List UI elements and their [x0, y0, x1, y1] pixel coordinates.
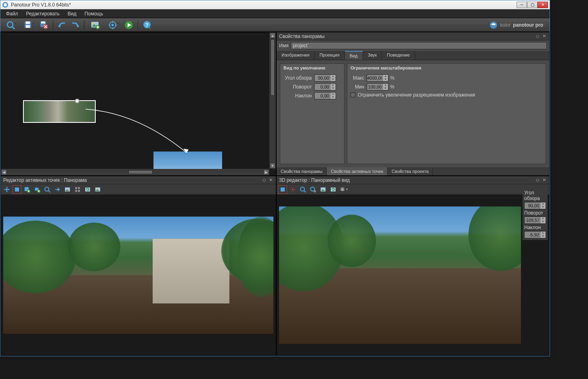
tab-sound[interactable]: Звук: [363, 51, 382, 60]
tilt-spinner[interactable]: ▲▼: [314, 92, 336, 99]
menubar: Файл Редактировать Вид Помощь: [0, 9, 550, 18]
panel-dock-button[interactable]: ◇: [261, 177, 267, 183]
tilt-label: Наклон: [284, 93, 314, 99]
bottom-tabs: Свойства панорамы Свойства активных точе…: [277, 167, 549, 175]
settings-button[interactable]: [105, 19, 122, 31]
3d-viewport[interactable]: [277, 195, 549, 356]
3d-fov-spinner[interactable]: ▲▼: [524, 202, 546, 209]
hotspot-marker-icon[interactable]: [75, 99, 80, 103]
restrict-resolution-checkbox[interactable]: [351, 93, 355, 97]
menu-help[interactable]: Помощь: [80, 10, 107, 17]
zoom-tool-icon[interactable]: [43, 185, 52, 194]
add-polygon-hotspot-icon[interactable]: [33, 185, 42, 194]
grid-tool-icon[interactable]: [73, 185, 82, 194]
max-zoom-spinner[interactable]: ▲▼: [367, 74, 388, 82]
add-point-hotspot-icon[interactable]: [23, 185, 32, 194]
panel-dock-button[interactable]: ◇: [535, 34, 540, 39]
panel-close-button[interactable]: ✕: [268, 177, 273, 183]
link-arrow-icon: [82, 105, 195, 158]
close-project-button[interactable]: [38, 19, 50, 31]
reload-3d-tool-icon[interactable]: [329, 185, 338, 194]
name-label: Имя: [279, 43, 288, 48]
menu-edit[interactable]: Редактировать: [22, 10, 64, 17]
help-button[interactable]: ?: [141, 19, 153, 31]
zoom-limits-group: Ограничения масштабирования Макс▲▼% Мин▲…: [347, 63, 546, 164]
window-title: Panotour Pro V1.8.0 64bits*: [11, 2, 517, 8]
save-button[interactable]: [21, 19, 37, 31]
brand-product: panotour pro: [513, 22, 543, 28]
open-button[interactable]: [3, 19, 19, 31]
svg-rect-43: [281, 187, 285, 192]
titlebar[interactable]: Panotour Pro V1.8.0 64bits* ─ ▢ ✕: [0, 0, 550, 9]
fov-spinner[interactable]: ▲▼: [314, 74, 336, 82]
build-button[interactable]: [123, 19, 134, 31]
svg-rect-8: [41, 21, 45, 23]
hotspot-toolbar: [1, 184, 276, 195]
canvas-scrollbar-horizontal[interactable]: ◀ ▶: [1, 169, 269, 175]
svg-rect-38: [78, 190, 80, 192]
svg-point-45: [292, 189, 294, 190]
svg-rect-5: [26, 21, 30, 24]
close-button[interactable]: ✕: [538, 2, 548, 8]
image-tool-icon[interactable]: [63, 185, 72, 194]
max-label: Макс: [351, 75, 367, 81]
rotation-spinner[interactable]: ▲▼: [314, 83, 336, 91]
3d-rot-label: Поворот: [524, 210, 546, 216]
add-panorama-button[interactable]: [88, 19, 104, 31]
properties-panel-title: Свойства панорамы: [279, 34, 534, 39]
panorama-node-2[interactable]: [153, 152, 222, 170]
reload-tool-icon[interactable]: [83, 185, 92, 194]
zoom-3d-tool-icon[interactable]: [298, 185, 307, 194]
maximize-button[interactable]: ▢: [527, 2, 538, 8]
layers-3d-tool-icon[interactable]: ▾: [339, 185, 348, 194]
tab-hotspot-props[interactable]: Свойства активных точек: [327, 167, 387, 175]
canvas-scrollbar-vertical[interactable]: ▲ ▼: [269, 32, 276, 169]
restrict-label: Ограничить увеличение разрешением изобра…: [358, 92, 475, 98]
min-label: Мин: [351, 84, 367, 90]
svg-line-3: [12, 27, 15, 29]
redo-button[interactable]: [69, 19, 81, 31]
3d-panorama-view[interactable]: [279, 206, 521, 344]
app-icon: [2, 2, 8, 8]
preview-tool-icon[interactable]: [93, 185, 102, 194]
3d-rot-spinner[interactable]: ▲▼: [524, 217, 546, 224]
tab-view[interactable]: Вид: [345, 51, 363, 60]
move-tool-icon[interactable]: [2, 185, 11, 194]
link-tool-icon[interactable]: [53, 185, 62, 194]
tab-projection[interactable]: Проекция: [315, 51, 344, 60]
menu-view[interactable]: Вид: [63, 10, 80, 17]
tab-behavior[interactable]: Поведение: [382, 51, 415, 60]
svg-text:?: ?: [145, 22, 148, 28]
panel-close-button[interactable]: ✕: [541, 177, 547, 183]
panorama-name-input[interactable]: [291, 42, 547, 49]
tab-images[interactable]: Изображения: [277, 51, 315, 60]
svg-point-42: [96, 188, 97, 189]
hotspot-viewport[interactable]: [1, 195, 276, 356]
3d-tilt-spinner[interactable]: ▲▼: [524, 231, 546, 238]
svg-point-12: [92, 23, 94, 24]
panorama-node-1[interactable]: [23, 100, 96, 123]
image-3d-tool-icon[interactable]: [319, 185, 328, 194]
fit-3d-tool-icon[interactable]: [309, 185, 317, 194]
panel-close-button[interactable]: ✕: [541, 34, 547, 39]
tour-canvas[interactable]: ▲ ▼ ◀ ▶: [0, 32, 276, 176]
rotation-label: Поворот: [284, 84, 314, 90]
panel-dock-button[interactable]: ◇: [535, 177, 540, 183]
app-window: Panotour Pro V1.8.0 64bits* ─ ▢ ✕ Файл Р…: [0, 0, 550, 356]
tab-project-props[interactable]: Свойства проекта: [388, 167, 433, 175]
properties-panel: Свойства панорамы ◇ ✕ Имя Изображения Пр…: [276, 32, 550, 176]
menu-file[interactable]: Файл: [2, 10, 22, 17]
panorama-preview[interactable]: [3, 217, 273, 334]
max-unit: %: [390, 75, 395, 81]
minimize-button[interactable]: ─: [517, 2, 527, 8]
select-3d-tool-icon[interactable]: [278, 185, 287, 194]
svg-rect-26: [15, 187, 19, 192]
target-3d-tool-icon[interactable]: [288, 185, 297, 194]
undo-button[interactable]: [57, 19, 68, 31]
tab-pano-props[interactable]: Свойства панорамы: [277, 167, 327, 175]
svg-point-1: [4, 3, 7, 6]
select-tool-icon[interactable]: [13, 185, 21, 194]
brand: kolor panotour pro: [489, 21, 547, 29]
min-zoom-spinner[interactable]: ▲▼: [367, 83, 388, 91]
svg-line-32: [48, 191, 50, 192]
